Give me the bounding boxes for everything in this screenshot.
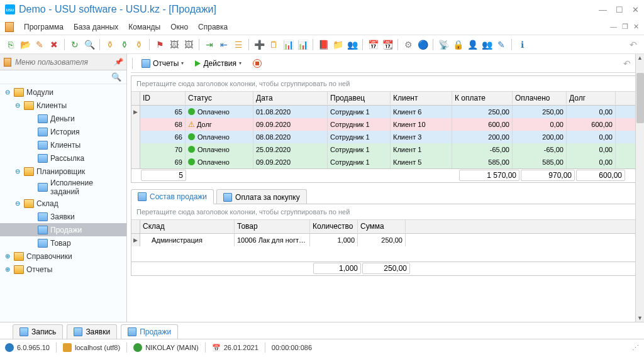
- search-icon-small[interactable]: 🔍: [111, 72, 121, 82]
- grid-row[interactable]: 70Оплачено25.09.2020Сотрудник 1Клиент 1-…: [131, 143, 638, 156]
- refresh-icon[interactable]: ↻: [69, 39, 80, 50]
- tree-goods[interactable]: Товар: [0, 236, 126, 250]
- tree-planner[interactable]: ⊖Планировщик: [0, 165, 126, 178]
- grid-row[interactable]: ▶65Оплачено01.08.2020Сотрудник 1Клиент 6…: [131, 106, 638, 118]
- book-icon: [5, 22, 14, 32]
- menu-window[interactable]: Окно: [167, 21, 192, 33]
- col-id[interactable]: ID: [140, 92, 186, 104]
- grid-row[interactable]: 69Оплачено09.09.2020Сотрудник 1Клиент 55…: [131, 156, 638, 168]
- status-bar: 6.0.965.10 localhost (utf8) NIKOLAY (MAI…: [0, 339, 644, 356]
- reports-button[interactable]: Отчеты▾: [138, 58, 187, 69]
- subgrid-row[interactable]: ▶ Администрация 10006 Лак для ногт… 1,00…: [131, 234, 638, 246]
- doc-icon: [38, 154, 48, 163]
- actions-button[interactable]: Действия▾: [191, 58, 245, 69]
- user-icon[interactable]: 👤: [467, 39, 478, 50]
- tree-refs[interactable]: ⊕Справочники: [0, 250, 126, 263]
- menu-program[interactable]: Программа: [20, 21, 67, 33]
- search-icon[interactable]: 🔍: [84, 39, 95, 50]
- tree-history[interactable]: История: [0, 125, 126, 138]
- resize-grip-icon[interactable]: ⋰: [632, 344, 639, 352]
- user-dot-icon: [133, 343, 142, 352]
- list-icon[interactable]: ☰: [233, 39, 244, 50]
- btab-requests[interactable]: Заявки: [67, 324, 117, 339]
- image-icon[interactable]: 🖼: [169, 39, 180, 50]
- delete-icon[interactable]: ✖: [48, 39, 60, 50]
- add-icon[interactable]: ➕: [253, 39, 265, 50]
- menu-commands[interactable]: Команды: [125, 21, 164, 33]
- import-icon[interactable]: ⇤: [218, 39, 230, 50]
- grid-row[interactable]: 66Оплачено08.08.2020Сотрудник 1Клиент 32…: [131, 131, 638, 143]
- note-icon[interactable]: 🗒: [268, 39, 279, 50]
- filter2-icon[interactable]: ⚱: [119, 39, 130, 50]
- pin-icon[interactable]: 📌: [114, 58, 123, 66]
- sidebar: Меню пользователя 📌 🔍 ⊖Модули ⊖Клиенты Д…: [0, 54, 127, 322]
- book2-icon[interactable]: 📕: [318, 39, 329, 50]
- lock-icon[interactable]: 🔒: [452, 39, 464, 50]
- new-icon[interactable]: ⎘: [5, 39, 16, 50]
- col-pay[interactable]: К оплате: [452, 92, 513, 104]
- date-icon[interactable]: 📆: [382, 39, 393, 50]
- tree-mailing[interactable]: Рассылка: [0, 151, 126, 165]
- sidebar-search[interactable]: 🔍: [0, 70, 126, 84]
- calendar-icon[interactable]: 📅: [367, 39, 379, 50]
- tree-modules[interactable]: ⊖Модули: [0, 85, 126, 99]
- maximize-icon[interactable]: ☐: [616, 5, 623, 14]
- filter3-icon[interactable]: ⚱: [133, 39, 145, 50]
- mdi-restore-icon[interactable]: ❐: [622, 23, 628, 31]
- users-icon[interactable]: 👥: [481, 39, 492, 50]
- mdi-minimize-icon[interactable]: —: [610, 23, 617, 31]
- tree-sales[interactable]: Продажи: [0, 223, 126, 236]
- tab-payment[interactable]: Оплата за покупку: [216, 189, 307, 204]
- group-hint[interactable]: Перетащите сюда заголовок колонки, чтобы…: [131, 76, 638, 92]
- col-date[interactable]: Дата: [253, 92, 328, 104]
- tree-money[interactable]: Деньги: [0, 112, 126, 125]
- sub-sum-sum: 250,00: [365, 264, 407, 273]
- info-icon[interactable]: ℹ: [516, 39, 528, 50]
- col-client[interactable]: Клиент: [391, 92, 452, 104]
- tree-clients-sub[interactable]: Клиенты: [0, 138, 126, 151]
- close-icon[interactable]: ✕: [632, 5, 639, 14]
- color-icon[interactable]: 🔵: [417, 39, 428, 50]
- sidebar-tree: ⊖Модули ⊖Клиенты Деньги История Клиенты …: [0, 84, 126, 322]
- tab-composition[interactable]: Состав продажи: [131, 189, 214, 204]
- open-icon[interactable]: 📂: [19, 39, 31, 50]
- excel-icon[interactable]: 📊: [282, 39, 294, 50]
- flag-icon[interactable]: ⚑: [154, 39, 165, 50]
- col-sum[interactable]: Сумма: [358, 220, 406, 233]
- clean-icon[interactable]: ✎: [496, 39, 507, 50]
- stop-button[interactable]: [249, 58, 265, 69]
- tree-tasks[interactable]: Исполнение заданий: [0, 178, 126, 197]
- btab-record[interactable]: Запись: [13, 324, 63, 339]
- col-status[interactable]: Статус: [186, 92, 253, 104]
- menu-database[interactable]: База данных: [70, 21, 122, 33]
- filter-icon[interactable]: ⚱: [104, 39, 116, 50]
- mdi-close-icon[interactable]: ✕: [633, 23, 639, 31]
- gear-icon[interactable]: ⚙: [402, 39, 414, 50]
- export-icon[interactable]: ⇥: [204, 39, 215, 50]
- col-paid[interactable]: Оплачено: [513, 92, 567, 104]
- folder2-icon[interactable]: 📁: [332, 39, 343, 50]
- tree-clients[interactable]: ⊖Клиенты: [0, 99, 126, 112]
- people-icon[interactable]: 👥: [347, 39, 358, 50]
- excel2-icon[interactable]: 📊: [297, 39, 308, 50]
- col-warehouse[interactable]: Склад: [140, 220, 235, 233]
- tree-warehouse[interactable]: ⊖Склад: [0, 197, 126, 210]
- btab-sales[interactable]: Продажи: [121, 324, 178, 339]
- minimize-icon[interactable]: —: [599, 5, 607, 14]
- sub-group-hint[interactable]: Перетащите сюда заголовок колонки, чтобы…: [131, 204, 638, 220]
- col-seller[interactable]: Продавец: [328, 92, 391, 104]
- edit-icon[interactable]: ✎: [34, 39, 45, 50]
- col-debt[interactable]: Долг: [567, 92, 616, 104]
- scrollbar[interactable]: ▲▼: [635, 54, 644, 322]
- back-icon[interactable]: ↶: [628, 39, 639, 50]
- menu-help[interactable]: Справка: [194, 21, 231, 33]
- col-qty[interactable]: Количество: [310, 220, 358, 233]
- image2-icon[interactable]: 🖼: [183, 39, 194, 50]
- rss-icon[interactable]: 📡: [438, 39, 449, 50]
- tree-reports[interactable]: ⊕Отчеты: [0, 263, 126, 276]
- grid-row[interactable]: 68Долг09.09.2020Сотрудник 1Клиент 10600,…: [131, 118, 638, 131]
- undo2-icon[interactable]: ↶: [621, 58, 633, 69]
- tree-requests[interactable]: Заявки: [0, 210, 126, 223]
- sub-sum-qty: 1,000: [316, 264, 358, 273]
- col-good[interactable]: Товар: [235, 220, 310, 233]
